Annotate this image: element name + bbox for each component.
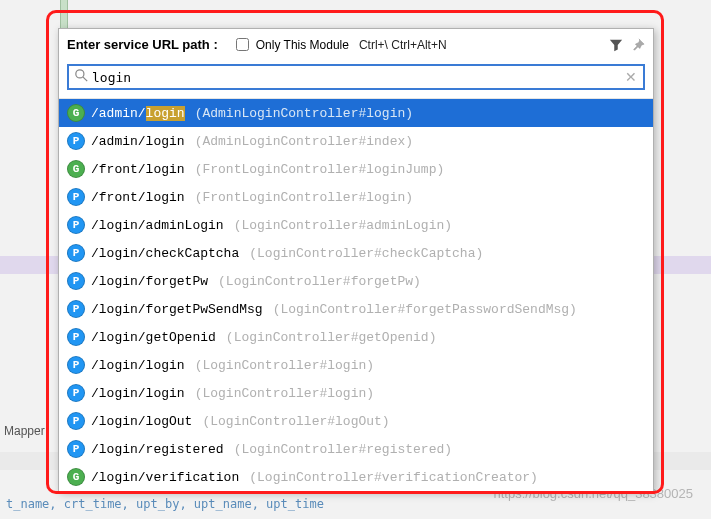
svg-line-1: [83, 77, 87, 81]
search-box[interactable]: ✕: [67, 64, 645, 90]
result-controller: (LoginController#checkCaptcha): [249, 246, 483, 261]
result-item[interactable]: P/front/login(FrontLoginController#login…: [59, 183, 653, 211]
result-item[interactable]: P/login/checkCaptcha(LoginController#che…: [59, 239, 653, 267]
http-method-badge: P: [67, 412, 85, 430]
result-path: /login/login: [91, 358, 185, 373]
result-item[interactable]: P/login/adminLogin(LoginController#admin…: [59, 211, 653, 239]
only-this-module-checkbox-wrap[interactable]: Only This Module: [232, 35, 349, 54]
result-item[interactable]: P/admin/login(AdminLoginController#index…: [59, 127, 653, 155]
http-method-badge: G: [67, 104, 85, 122]
result-item[interactable]: G/front/login(FrontLoginController#login…: [59, 155, 653, 183]
result-item[interactable]: P/login/registered(LoginController#regis…: [59, 435, 653, 463]
result-controller: (LoginController#adminLogin): [234, 218, 452, 233]
result-path: /login/registered: [91, 442, 224, 457]
result-item[interactable]: P/login/login(LoginController#login): [59, 379, 653, 407]
result-path: /login/checkCaptcha: [91, 246, 239, 261]
result-controller: (AdminLoginController#index): [195, 134, 413, 149]
result-path: /admin/login: [91, 106, 185, 121]
result-path: /admin/login: [91, 134, 185, 149]
result-path: /login/forgetPwSendMsg: [91, 302, 263, 317]
result-item[interactable]: P/login/forgetPwSendMsg(LoginController#…: [59, 295, 653, 323]
result-path: /login/adminLogin: [91, 218, 224, 233]
result-path: /login/forgetPw: [91, 274, 208, 289]
result-path: /front/login: [91, 162, 185, 177]
http-method-badge: G: [67, 468, 85, 486]
http-method-badge: P: [67, 272, 85, 290]
bottom-columns-text: t_name, crt_time, upt_by, upt_name, upt_…: [0, 497, 324, 511]
mapper-label: Mapper: [0, 422, 49, 440]
result-controller: (AdminLoginController#login): [195, 106, 413, 121]
http-method-badge: P: [67, 440, 85, 458]
result-item[interactable]: P/login/forgetPw(LoginController#forgetP…: [59, 267, 653, 295]
result-controller: (LoginController#logOut): [202, 414, 389, 429]
search-icon: [75, 69, 88, 85]
http-method-badge: P: [67, 384, 85, 402]
http-method-badge: G: [67, 160, 85, 178]
result-controller: (LoginController#forgetPw): [218, 274, 421, 289]
http-method-badge: P: [67, 244, 85, 262]
result-item[interactable]: P/login/logOut(LoginController#logOut): [59, 407, 653, 435]
result-item[interactable]: G/admin/login(AdminLoginController#login…: [59, 99, 653, 127]
result-item[interactable]: P/login/getOpenid(LoginController#getOpe…: [59, 323, 653, 351]
result-controller: (FrontLoginController#login): [195, 190, 413, 205]
pin-icon[interactable]: [631, 38, 645, 52]
result-controller: (LoginController#login): [195, 386, 374, 401]
result-item[interactable]: P/login/login(LoginController#login): [59, 351, 653, 379]
result-controller: (LoginController#verificationCreator): [249, 470, 538, 485]
http-method-badge: P: [67, 188, 85, 206]
http-method-badge: P: [67, 216, 85, 234]
result-controller: (FrontLoginController#loginJump): [195, 162, 445, 177]
http-method-badge: P: [67, 328, 85, 346]
result-path: /login/getOpenid: [91, 330, 216, 345]
result-path: /login/verification: [91, 470, 239, 485]
popup-header: Enter service URL path : Only This Modul…: [59, 29, 653, 60]
result-path: /login/login: [91, 386, 185, 401]
http-method-badge: P: [67, 356, 85, 374]
result-controller: (LoginController#registered): [234, 442, 452, 457]
svg-point-0: [76, 70, 84, 78]
shortcut-hint: Ctrl+\ Ctrl+Alt+N: [359, 38, 447, 52]
only-this-module-label: Only This Module: [256, 38, 349, 52]
result-controller: (LoginController#login): [195, 358, 374, 373]
only-this-module-checkbox[interactable]: [236, 38, 249, 51]
http-method-badge: P: [67, 300, 85, 318]
http-method-badge: P: [67, 132, 85, 150]
result-path: /login/logOut: [91, 414, 192, 429]
result-item[interactable]: G/login/verification(LoginController#ver…: [59, 463, 653, 491]
result-controller: (LoginController#forgetPasswordSendMsg): [273, 302, 577, 317]
results-list: G/admin/login(AdminLoginController#login…: [59, 98, 653, 491]
search-input[interactable]: [88, 69, 625, 86]
popup-prompt-label: Enter service URL path :: [67, 37, 218, 52]
clear-icon[interactable]: ✕: [625, 69, 637, 85]
service-url-search-popup: Enter service URL path : Only This Modul…: [58, 28, 654, 492]
filter-icon[interactable]: [609, 38, 623, 52]
result-controller: (LoginController#getOpenid): [226, 330, 437, 345]
result-path: /front/login: [91, 190, 185, 205]
